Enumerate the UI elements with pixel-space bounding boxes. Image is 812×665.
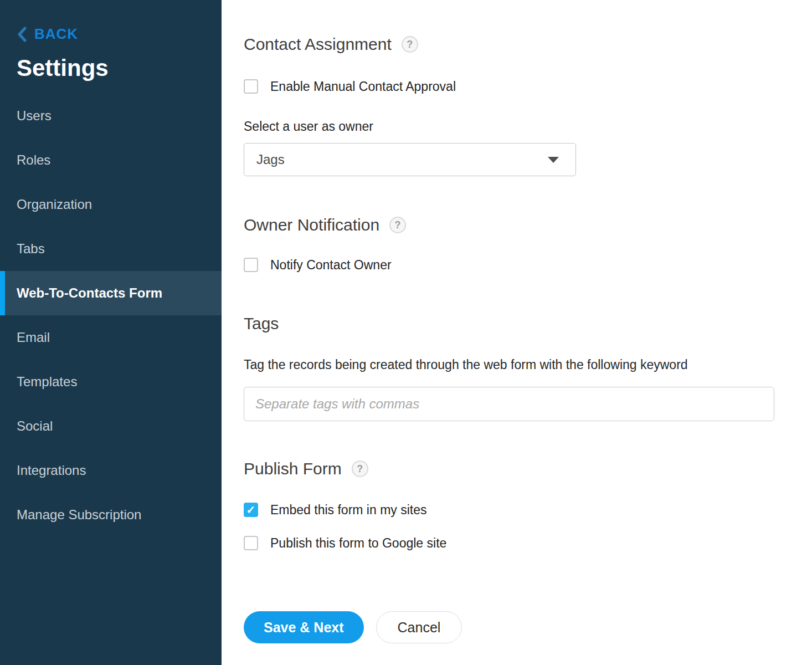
check-icon: ✓ (246, 504, 256, 515)
sidebar-item-organization[interactable]: Organization (0, 182, 222, 227)
notify-contact-owner-row: ✓ Notify Contact Owner (244, 257, 812, 273)
sidebar-menu: Users Roles Organization Tabs Web-To-Con… (0, 94, 222, 537)
enable-manual-contact-approval-row: ✓ Enable Manual Contact Approval (244, 79, 812, 94)
section-title: Tags (244, 314, 279, 334)
sidebar-title: Settings (17, 55, 222, 81)
checkbox-label[interactable]: Enable Manual Contact Approval (270, 79, 456, 94)
sidebar-item-integrations[interactable]: Integrations (0, 448, 222, 493)
sidebar-item-label: Web-To-Contacts Form (17, 285, 162, 301)
web-to-contacts-form-panel: Contact Assignment ? ✓ Enable Manual Con… (222, 0, 812, 665)
owner-select-dropdown[interactable]: Jags (244, 143, 576, 176)
section-title: Contact Assignment (244, 34, 392, 54)
embed-form-checkbox[interactable]: ✓ (244, 503, 258, 517)
help-icon[interactable]: ? (352, 461, 368, 477)
back-label: BACK (34, 25, 78, 43)
embed-form-row: ✓ Embed this form in my sites (244, 502, 812, 518)
sidebar-item-tabs[interactable]: Tabs (0, 227, 222, 271)
back-link[interactable]: BACK (17, 25, 222, 43)
settings-sidebar: BACK Settings Users Roles Organization T… (0, 0, 222, 665)
tags-heading: Tags (244, 314, 812, 334)
enable-manual-contact-approval-checkbox[interactable]: ✓ (244, 79, 258, 94)
sidebar-item-label: Templates (17, 374, 77, 390)
sidebar-item-users[interactable]: Users (0, 94, 222, 138)
save-next-button[interactable]: Save & Next (244, 611, 364, 643)
section-title: Owner Notification (244, 215, 379, 235)
checkbox-label[interactable]: Embed this form in my sites (270, 503, 426, 518)
sidebar-item-label: Integrations (17, 463, 86, 478)
help-icon[interactable]: ? (389, 217, 406, 233)
tags-description: Tag the records being created through th… (244, 357, 812, 372)
sidebar-item-label: Organization (17, 197, 92, 212)
publish-google-site-row: ✓ Publish this form to Google site (244, 535, 812, 551)
sidebar-item-label: Tabs (17, 241, 45, 257)
sidebar-item-email[interactable]: Email (0, 315, 222, 360)
publish-google-site-checkbox[interactable]: ✓ (244, 536, 258, 550)
sidebar-item-label: Users (17, 108, 52, 124)
publish-form-heading: Publish Form ? (244, 459, 812, 479)
form-actions: Save & Next Cancel (244, 611, 812, 643)
owner-select-label: Select a user as owner (244, 119, 812, 134)
checkbox-label[interactable]: Notify Contact Owner (270, 258, 392, 273)
tags-input[interactable] (244, 387, 774, 421)
sidebar-item-templates[interactable]: Templates (0, 360, 222, 404)
cancel-button[interactable]: Cancel (376, 611, 462, 643)
sidebar-item-label: Manage Subscription (17, 507, 141, 523)
sidebar-item-social[interactable]: Social (0, 404, 222, 448)
sidebar-item-label: Social (17, 418, 53, 434)
section-title: Publish Form (244, 459, 342, 479)
contact-assignment-heading: Contact Assignment ? (244, 34, 812, 54)
checkbox-label[interactable]: Publish this form to Google site (270, 536, 446, 551)
back-chevron-icon (17, 27, 28, 42)
dropdown-value: Jags (256, 152, 285, 167)
owner-notification-heading: Owner Notification ? (244, 215, 812, 235)
sidebar-item-roles[interactable]: Roles (0, 138, 222, 182)
notify-contact-owner-checkbox[interactable]: ✓ (244, 258, 258, 272)
help-icon[interactable]: ? (402, 36, 418, 53)
sidebar-item-label: Email (17, 330, 50, 345)
sidebar-item-manage-subscription[interactable]: Manage Subscription (0, 493, 222, 537)
sidebar-item-label: Roles (17, 152, 50, 168)
chevron-down-icon (548, 157, 559, 163)
sidebar-item-web-to-contacts-form[interactable]: Web-To-Contacts Form (0, 271, 222, 315)
settings-page: BACK Settings Users Roles Organization T… (0, 0, 812, 665)
